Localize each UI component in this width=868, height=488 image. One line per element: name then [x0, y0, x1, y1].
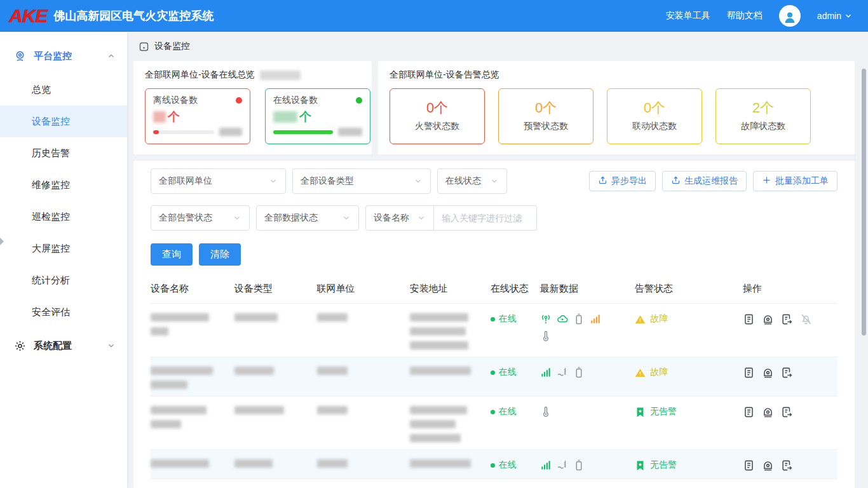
sidebar-item-安全评估[interactable]: 安全评估 — [0, 296, 127, 328]
monitor-view-button[interactable] — [762, 367, 774, 379]
online-dot-icon — [491, 370, 495, 375]
work-order-button[interactable] — [781, 313, 793, 325]
chevron-down-icon — [269, 177, 278, 186]
action-button-label: 生成运维报告 — [684, 175, 738, 187]
latest-data-cell — [540, 406, 635, 442]
redacted-online-percent — [338, 128, 362, 136]
alarm-stat-label: 故障状态数 — [741, 121, 785, 132]
sidebar-group-system-config[interactable]: 系统配置 — [0, 328, 127, 363]
redacted-cell — [317, 459, 410, 471]
work-order-button[interactable] — [781, 406, 793, 418]
keyword-field-select[interactable]: 设备名称 — [365, 205, 434, 231]
online-overview-title: 全部联网单位-设备在线总览 — [145, 69, 255, 81]
online-status-badge: 在线 — [491, 367, 531, 378]
filter-network-unit-select[interactable]: 全部联网单位 — [151, 168, 286, 194]
offline-devices-label: 离线设备数 — [153, 95, 198, 106]
vertical-scrollbar[interactable] — [862, 69, 866, 336]
warn-triangle-icon — [635, 367, 646, 378]
online-dot-icon — [491, 410, 495, 414]
nav-help-docs[interactable]: 帮助文档 — [727, 10, 763, 22]
device-online-overview-card: 全部联网单位-设备在线总览 离线设备数 个 — [133, 61, 372, 154]
redacted-text — [410, 327, 466, 336]
device-list-panel: 全部联网单位 全部设备类型 在线状态 异步导出生成运维报告批量添加工单 — [133, 161, 855, 488]
chevron-down-icon — [844, 11, 853, 20]
redacted-cell — [234, 459, 317, 471]
user-avatar[interactable] — [779, 5, 801, 27]
offline-devices-box[interactable]: 离线设备数 个 — [145, 88, 250, 144]
bookmark-icon — [635, 407, 646, 417]
webcam-icon — [14, 50, 26, 62]
chevron-down-icon — [342, 214, 351, 222]
table-row: 在线无告警 — [151, 450, 837, 479]
signal-icon — [590, 313, 601, 325]
query-button[interactable]: 查询 — [151, 243, 193, 266]
monitor-view-button[interactable] — [762, 406, 774, 418]
sidebar-collapse-handle[interactable] — [0, 238, 4, 245]
alarm-stat-box-1[interactable]: 0个预警状态数 — [498, 88, 593, 144]
filter-alarm-state-select[interactable]: 全部告警状态 — [151, 205, 250, 231]
table-header-设备类型: 设备类型 — [234, 274, 317, 303]
alarm-status-label: 故障 — [650, 313, 668, 325]
detail-doc-button[interactable] — [743, 367, 755, 379]
redacted-text — [410, 406, 467, 414]
app-root: AKE 佛山高新园区电气火灾监控系统 安装单工具 帮助文档 admin 平台监控… — [0, 0, 868, 488]
batch-work-order-button[interactable]: 批量添加工单 — [753, 171, 837, 191]
monitor-view-button[interactable] — [762, 459, 774, 471]
detail-doc-button[interactable] — [743, 406, 755, 418]
filter-online-state-select[interactable]: 在线状态 — [437, 168, 507, 194]
latest-data-cell — [540, 313, 635, 349]
filter-data-state-select[interactable]: 全部数据状态 — [256, 205, 359, 231]
online-status-label: 在线 — [499, 313, 517, 325]
table-header-最新数据: 最新数据 — [540, 274, 635, 303]
mute-alarm-button[interactable] — [800, 313, 812, 325]
detail-doc-button[interactable] — [743, 313, 755, 325]
filter-data-state-value: 全部数据状态 — [264, 212, 318, 224]
detail-doc-button[interactable] — [743, 459, 755, 471]
redacted-text — [317, 459, 348, 468]
alarm-stat-value: 0个 — [535, 101, 557, 115]
signal-icon — [540, 459, 552, 471]
sidebar-item-巡检监控[interactable]: 巡检监控 — [0, 201, 127, 233]
table-row: 在线故障 — [151, 304, 837, 357]
brand-logo: AKE — [9, 6, 47, 25]
sidebar-group-platform-monitor[interactable]: 平台监控 — [0, 38, 127, 74]
redacted-text — [151, 406, 207, 414]
clear-button[interactable]: 清除 — [199, 243, 241, 266]
chevron-up-icon — [107, 51, 116, 60]
table-row: 在线无告警 — [151, 396, 837, 450]
nav-install-tool[interactable]: 安装单工具 — [666, 10, 710, 22]
main-content: 设备监控 全部联网单位-设备在线总览 离线设备数 — [127, 32, 868, 488]
filter-device-type-select[interactable]: 全部设备类型 — [292, 168, 431, 194]
online-devices-box[interactable]: 在线设备数 个 — [265, 88, 370, 144]
sidebar-item-维修监控[interactable]: 维修监控 — [0, 169, 127, 201]
alarm-stat-box-2[interactable]: 0个联动状态数 — [607, 88, 702, 144]
work-order-button[interactable] — [781, 459, 793, 471]
sidebar-item-设备监控[interactable]: 设备监控 — [0, 105, 127, 137]
sidebar-item-大屏监控[interactable]: 大屏监控 — [0, 233, 127, 264]
generate-report-button[interactable]: 生成运维报告 — [662, 171, 747, 191]
user-menu[interactable]: admin — [817, 11, 853, 21]
alarm-stat-box-3[interactable]: 2个故障状态数 — [715, 88, 811, 144]
chevron-down-icon — [417, 214, 426, 222]
sidebar-item-统计分析[interactable]: 统计分析 — [0, 264, 127, 296]
chevron-down-icon — [107, 341, 116, 350]
redacted-text — [410, 420, 456, 428]
alarm-stat-box-0[interactable]: 0个火警状态数 — [390, 88, 485, 144]
redacted-text — [410, 434, 461, 442]
keyword-input[interactable] — [434, 205, 537, 231]
sidebar-item-历史告警[interactable]: 历史告警 — [0, 137, 127, 169]
online-status-label: 在线 — [499, 367, 517, 378]
redacted-text — [234, 367, 274, 375]
monitor-view-button[interactable] — [762, 313, 774, 325]
redacted-cell — [410, 406, 491, 442]
redacted-cell — [151, 459, 234, 471]
async-export-button[interactable]: 异步导出 — [589, 171, 656, 191]
battery-icon — [573, 459, 585, 471]
redacted-cell — [234, 367, 317, 389]
redacted-cell — [317, 367, 410, 389]
work-order-button[interactable] — [781, 367, 793, 379]
sidebar-item-总览[interactable]: 总览 — [0, 74, 127, 105]
online-status-label: 在线 — [499, 406, 517, 417]
filter-alarm-state-value: 全部告警状态 — [159, 212, 212, 224]
redacted-text — [317, 406, 348, 414]
